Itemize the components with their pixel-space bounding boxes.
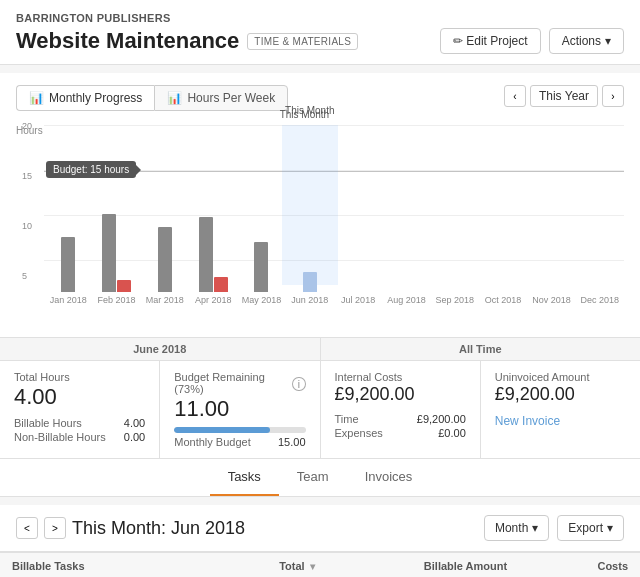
bar-group-dec: Dec 2018 bbox=[576, 125, 624, 305]
progress-bar-fill bbox=[174, 427, 270, 433]
table-title-label: This Month: bbox=[72, 518, 166, 538]
y-10: 10 bbox=[22, 221, 32, 231]
june-header: June 2018 bbox=[0, 338, 321, 361]
year-label: This Year bbox=[530, 85, 598, 107]
new-invoice-link[interactable]: New Invoice bbox=[495, 414, 560, 428]
non-billable-label: Non-Billable Hours bbox=[14, 431, 106, 443]
actions-chevron-icon: ▾ bbox=[605, 34, 611, 48]
monthly-budget-value: 15.00 bbox=[278, 436, 306, 448]
info-icon[interactable]: i bbox=[292, 377, 305, 391]
budget-remaining-label: Budget Remaining (73%) bbox=[174, 371, 288, 395]
this-month-tag: This Month bbox=[285, 105, 334, 116]
non-billable-value: 0.00 bbox=[124, 431, 145, 443]
bar-group-nov: Nov 2018 bbox=[527, 125, 575, 305]
actions-button[interactable]: Actions ▾ bbox=[549, 28, 624, 54]
bar-group-aug: Aug 2018 bbox=[382, 125, 430, 305]
chart-tabs: 📊 Monthly Progress 📊 Hours Per Week bbox=[16, 85, 288, 111]
project-tag: TIME & MATERIALS bbox=[247, 33, 358, 50]
month-chevron-icon: ▾ bbox=[532, 521, 538, 535]
top-bar: BARRINGTON PUBLISHERS Website Maintenanc… bbox=[0, 0, 640, 65]
total-hours-value: 4.00 bbox=[14, 385, 145, 409]
export-chevron-icon: ▾ bbox=[607, 521, 613, 535]
bar-chart-icon: 📊 bbox=[29, 91, 44, 105]
sort-icon: ▾ bbox=[310, 561, 315, 572]
bar-group-oct: Oct 2018 bbox=[479, 125, 527, 305]
bar-group-sep: Sep 2018 bbox=[431, 125, 479, 305]
bar-group-jun: This Month Jun 2018 bbox=[286, 125, 334, 305]
tabs-bar: Tasks Team Invoices bbox=[0, 459, 640, 497]
uninvoiced-value: £9,200.00 bbox=[495, 385, 626, 405]
col-billable-amount: Billable Amount bbox=[327, 553, 519, 577]
y-20: 20 bbox=[22, 121, 32, 131]
y-5: 5 bbox=[22, 271, 27, 281]
table-section: < > This Month: Jun 2018 Month ▾ Export … bbox=[0, 505, 640, 577]
budget-remaining-value: 11.00 bbox=[174, 397, 305, 421]
edit-project-button[interactable]: ✏ Edit Project bbox=[440, 28, 541, 54]
alltime-header: All Time bbox=[321, 338, 641, 361]
next-year-button[interactable]: › bbox=[602, 85, 624, 107]
internal-costs-label: Internal Costs bbox=[335, 371, 466, 383]
bar-group-jan: Jan 2018 bbox=[44, 125, 92, 305]
budget-tooltip: Budget: 15 hours bbox=[46, 161, 136, 178]
col-costs: Costs bbox=[519, 553, 640, 577]
col-total[interactable]: Total ▾ bbox=[220, 553, 327, 577]
hours-per-week-label: Hours Per Week bbox=[187, 91, 275, 105]
bar-group-mar: Mar 2018 bbox=[141, 125, 189, 305]
y-15: 15 bbox=[22, 171, 32, 181]
monthly-budget-label: Monthly Budget bbox=[174, 436, 250, 448]
tab-team[interactable]: Team bbox=[279, 459, 347, 496]
monthly-progress-label: Monthly Progress bbox=[49, 91, 142, 105]
billable-label: Billable Hours bbox=[14, 417, 82, 429]
tab-monthly-progress[interactable]: 📊 Monthly Progress bbox=[16, 85, 154, 111]
col-billable-tasks: Billable Tasks bbox=[0, 553, 220, 577]
expenses-value: £0.00 bbox=[438, 427, 466, 439]
company-name: BARRINGTON PUBLISHERS bbox=[16, 12, 624, 24]
tasks-table: Billable Tasks Total ▾ Billable Amount C… bbox=[0, 552, 640, 577]
bar-group-may: May 2018 bbox=[237, 125, 285, 305]
month-dropdown-button[interactable]: Month ▾ bbox=[484, 515, 549, 541]
bar-group-jul: Jul 2018 bbox=[334, 125, 382, 305]
project-title: Website Maintenance bbox=[16, 28, 239, 54]
table-subtitle: Jun 2018 bbox=[171, 518, 245, 538]
prev-year-button[interactable]: ‹ bbox=[504, 85, 526, 107]
prev-month-button[interactable]: < bbox=[16, 517, 38, 539]
uninvoiced-label: Uninvoiced Amount bbox=[495, 371, 626, 383]
total-hours-label: Total Hours bbox=[14, 371, 145, 383]
tab-tasks[interactable]: Tasks bbox=[210, 459, 279, 496]
actions-label: Actions bbox=[562, 34, 601, 48]
stats-section: June 2018 All Time Total Hours 4.00 Bill… bbox=[0, 338, 640, 459]
time-value: £9,200.00 bbox=[417, 413, 466, 425]
tab-hours-per-week[interactable]: 📊 Hours Per Week bbox=[154, 85, 288, 111]
bar-chart2-icon: 📊 bbox=[167, 91, 182, 105]
time-label: Time bbox=[335, 413, 359, 425]
export-label: Export bbox=[568, 521, 603, 535]
expenses-label: Expenses bbox=[335, 427, 383, 439]
internal-costs-value: £9,200.00 bbox=[335, 385, 466, 405]
billable-value: 4.00 bbox=[124, 417, 145, 429]
bar-group-feb: Feb 2018 bbox=[92, 125, 140, 305]
month-label: Month bbox=[495, 521, 528, 535]
export-dropdown-button[interactable]: Export ▾ bbox=[557, 515, 624, 541]
next-month-button[interactable]: > bbox=[44, 517, 66, 539]
bar-group-apr: Apr 2018 bbox=[189, 125, 237, 305]
chart-section: 📊 Monthly Progress 📊 Hours Per Week ‹ Th… bbox=[0, 73, 640, 338]
tab-invoices[interactable]: Invoices bbox=[347, 459, 431, 496]
